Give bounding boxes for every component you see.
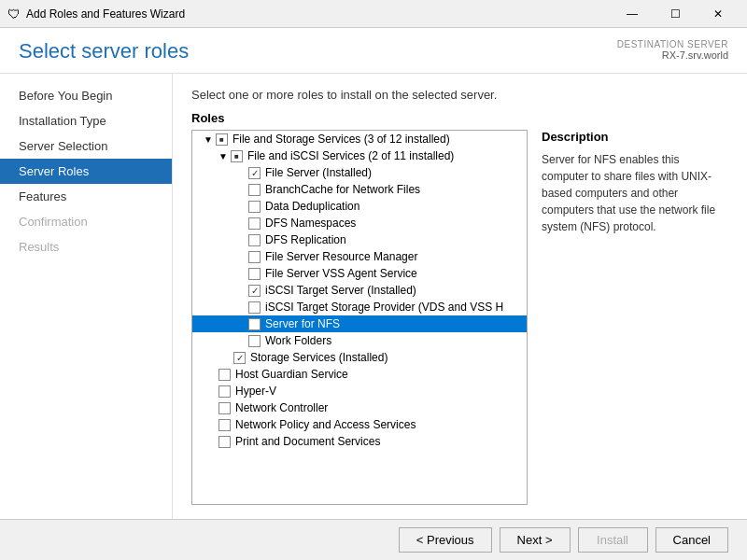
role-label: Storage Services (Installed) <box>250 351 388 364</box>
role-label: Server for NFS <box>265 317 340 330</box>
role-item-12[interactable]: Server for NFS <box>192 315 527 332</box>
role-item-1[interactable]: ▼File and Storage Services (3 of 12 inst… <box>192 131 527 147</box>
close-button[interactable]: ✕ <box>697 0 740 28</box>
role-label: BranchCache for Network Files <box>265 183 420 196</box>
sidebar-item-server-roles[interactable]: Server Roles <box>0 159 172 184</box>
install-button[interactable]: Install <box>578 527 648 553</box>
role-item-15[interactable]: Host Guardian Service <box>192 366 527 383</box>
maximize-button[interactable]: ☐ <box>654 0 697 28</box>
roles-list: ▼File and Storage Services (3 of 12 inst… <box>192 131 527 450</box>
destination-server-label: DESTINATION SERVER <box>617 39 728 49</box>
checkbox-unchecked <box>248 234 261 246</box>
checkbox-unchecked <box>248 268 261 280</box>
destination-server-name: RX-7.srv.world <box>617 49 728 61</box>
main-window: Select server roles DESTINATION SERVER R… <box>0 28 747 560</box>
checkbox-checked <box>233 352 246 364</box>
checkbox-partial <box>216 133 228 146</box>
role-item-13[interactable]: Work Folders <box>192 332 527 349</box>
role-item-5[interactable]: Data Deduplication <box>192 198 527 215</box>
role-label: Hyper-V <box>235 385 276 398</box>
description-panel: Description Server for NFS enables this … <box>542 130 728 505</box>
role-label: Work Folders <box>265 334 331 347</box>
cancel-button[interactable]: Cancel <box>655 527 728 553</box>
checkbox-unchecked <box>248 318 261 330</box>
checkbox-unchecked <box>218 436 231 448</box>
checkbox-unchecked <box>218 369 231 381</box>
checkbox-unchecked <box>248 201 261 213</box>
title-bar-controls: — ☐ ✕ <box>611 0 740 28</box>
role-item-9[interactable]: File Server VSS Agent Service <box>192 265 527 282</box>
role-item-3[interactable]: File Server (Installed) <box>192 164 527 181</box>
description-title: Description <box>542 130 728 144</box>
title-bar: 🛡 Add Roles and Features Wizard — ☐ ✕ <box>0 0 747 28</box>
sidebar-item-before-you-begin[interactable]: Before You Begin <box>0 83 172 108</box>
role-item-2[interactable]: ▼File and iSCSI Services (2 of 11 instal… <box>192 147 527 164</box>
role-item-7[interactable]: DFS Replication <box>192 231 527 248</box>
sidebar-item-server-selection[interactable]: Server Selection <box>0 133 172 159</box>
checkbox-checked <box>248 285 261 297</box>
role-label: DFS Replication <box>265 233 346 246</box>
role-item-11[interactable]: iSCSI Target Storage Provider (VDS and V… <box>192 299 527 315</box>
role-item-10[interactable]: iSCSI Target Server (Installed) <box>192 282 527 299</box>
role-label: Data Deduplication <box>265 200 359 213</box>
checkbox-checked <box>248 167 261 179</box>
role-label: iSCSI Target Storage Provider (VDS and V… <box>265 301 503 314</box>
checkbox-unchecked <box>248 251 261 263</box>
role-label: File and iSCSI Services (2 of 11 install… <box>247 149 454 162</box>
sidebar-item-results: Results <box>0 234 172 259</box>
role-label: File Server Resource Manager <box>265 250 417 263</box>
role-label: File Server VSS Agent Service <box>265 267 417 280</box>
main-instruction: Select one or more roles to install on t… <box>191 88 728 102</box>
footer: < Previous Next > Install Cancel <box>0 519 747 560</box>
previous-button[interactable]: < Previous <box>399 527 492 553</box>
checkbox-unchecked <box>248 217 261 230</box>
content-area: Before You BeginInstallation TypeServer … <box>0 74 747 519</box>
sidebar: Before You BeginInstallation TypeServer … <box>0 74 173 519</box>
checkbox-unchecked <box>248 184 261 196</box>
checkbox-unchecked <box>248 335 261 347</box>
role-label: File Server (Installed) <box>265 166 372 179</box>
role-item-4[interactable]: BranchCache for Network Files <box>192 181 527 198</box>
page-title: Select server roles <box>19 39 189 63</box>
checkbox-unchecked <box>218 419 231 431</box>
role-label: DFS Namespaces <box>265 217 356 230</box>
role-label: File and Storage Services (3 of 12 insta… <box>233 133 450 146</box>
role-label: iSCSI Target Server (Installed) <box>265 284 416 297</box>
sidebar-item-confirmation: Confirmation <box>0 209 172 234</box>
main-panel: Select one or more roles to install on t… <box>173 74 747 519</box>
minimize-button[interactable]: — <box>611 0 654 28</box>
sidebar-item-features[interactable]: Features <box>0 184 172 209</box>
next-button[interactable]: Next > <box>500 527 571 553</box>
role-item-6[interactable]: DFS Namespaces <box>192 215 527 231</box>
role-label: Network Controller <box>235 401 328 414</box>
destination-server-info: DESTINATION SERVER RX-7.srv.world <box>617 39 728 61</box>
header: Select server roles DESTINATION SERVER R… <box>0 28 747 74</box>
role-label: Host Guardian Service <box>235 368 348 381</box>
title-bar-title: Add Roles and Features Wizard <box>26 7 611 21</box>
role-item-16[interactable]: Hyper-V <box>192 383 527 399</box>
roles-label: Roles <box>191 111 728 125</box>
sidebar-item-installation-type[interactable]: Installation Type <box>0 108 172 133</box>
role-label: Print and Document Services <box>235 435 380 448</box>
role-item-8[interactable]: File Server Resource Manager <box>192 248 527 265</box>
role-item-19[interactable]: Print and Document Services <box>192 433 527 450</box>
description-text: Server for NFS enables this computer to … <box>542 151 728 235</box>
role-item-14[interactable]: Storage Services (Installed) <box>192 349 527 366</box>
role-item-18[interactable]: Network Policy and Access Services <box>192 416 527 433</box>
roles-description-area: ▼File and Storage Services (3 of 12 inst… <box>191 130 728 505</box>
role-item-17[interactable]: Network Controller <box>192 399 527 416</box>
title-bar-icon: 🛡 <box>7 7 21 21</box>
checkbox-unchecked <box>248 301 261 314</box>
checkbox-partial <box>231 150 243 162</box>
checkbox-unchecked <box>218 402 231 414</box>
checkbox-unchecked <box>218 385 231 398</box>
role-label: Network Policy and Access Services <box>235 418 416 431</box>
roles-list-container[interactable]: ▼File and Storage Services (3 of 12 inst… <box>191 130 528 505</box>
